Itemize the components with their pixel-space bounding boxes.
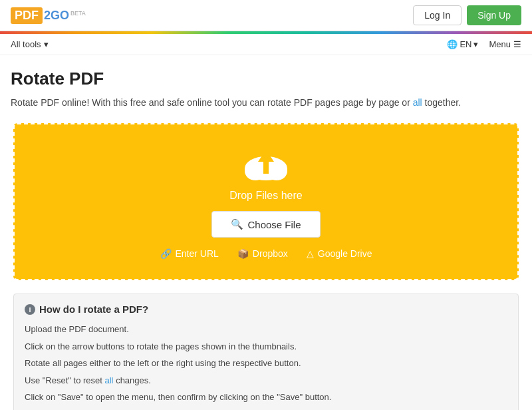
- dropbox-icon: 📦: [237, 248, 249, 259]
- lang-label: EN: [460, 39, 471, 49]
- enter-url-option[interactable]: 🔗 Enter URL: [160, 248, 219, 259]
- choose-file-label: Choose File: [247, 219, 301, 230]
- enter-url-label: Enter URL: [176, 248, 219, 259]
- language-selector[interactable]: 🌐 EN ▾: [447, 39, 478, 49]
- logo: PDF 2GO BETA: [11, 7, 86, 24]
- main-content: Rotate PDF Rotate PDF online! With this …: [0, 55, 532, 410]
- google-drive-option[interactable]: △ Google Drive: [307, 248, 372, 259]
- header: PDF 2GO BETA Log In Sign Up: [0, 0, 532, 31]
- upload-options: 🔗 Enter URL 📦 Dropbox △ Google Drive: [160, 248, 372, 259]
- logo-beta-text: BETA: [70, 10, 86, 17]
- upload-area[interactable]: Drop Files here 🔍 Choose File 🔗 Enter UR…: [13, 123, 519, 280]
- faq-title: i How do I rotate a PDF?: [25, 304, 507, 315]
- toolbar-right: 🌐 EN ▾ Menu ☰: [447, 39, 521, 49]
- choose-file-button[interactable]: 🔍 Choose File: [211, 211, 320, 238]
- menu-button[interactable]: Menu ☰: [489, 39, 521, 49]
- faq-step-1: Upload the PDF document.: [25, 323, 507, 336]
- all-tools-label: All tools: [11, 39, 41, 49]
- faq-step-3: Rotate all pages either to the left or t…: [25, 357, 507, 370]
- info-icon: i: [25, 304, 35, 315]
- cloud-upload-icon: [239, 144, 293, 184]
- hamburger-icon: ☰: [513, 39, 521, 49]
- faq-step-4-link[interactable]: all: [105, 375, 114, 385]
- google-drive-icon: △: [307, 248, 314, 259]
- svg-point-1: [245, 162, 266, 180]
- menu-label: Menu: [489, 39, 511, 49]
- faq-step-4: Use "Reset" to reset all changes.: [25, 374, 507, 387]
- dropbox-label: Dropbox: [253, 248, 288, 259]
- logo-pdf-text: PDF: [11, 7, 43, 24]
- page-description: Rotate PDF online! With this free and sa…: [11, 96, 521, 110]
- drop-files-text: Drop Files here: [229, 190, 302, 202]
- lang-chevron-icon: ▾: [473, 39, 478, 49]
- globe-icon: 🌐: [447, 39, 458, 49]
- svg-point-2: [266, 162, 287, 180]
- header-buttons: Log In Sign Up: [413, 5, 521, 25]
- dropbox-option[interactable]: 📦 Dropbox: [237, 248, 288, 259]
- logo-2go-text: 2GO: [44, 9, 69, 23]
- login-button[interactable]: Log In: [413, 5, 462, 25]
- search-icon: 🔍: [231, 218, 243, 230]
- page-title: Rotate PDF: [11, 69, 521, 89]
- description-text-1: Rotate PDF online! With this free and sa…: [11, 97, 413, 108]
- faq-section: i How do I rotate a PDF? Upload the PDF …: [13, 294, 519, 410]
- faq-title-text: How do I rotate a PDF?: [39, 304, 148, 315]
- chevron-down-icon: [44, 39, 49, 49]
- description-link[interactable]: all: [413, 97, 422, 108]
- faq-list: Upload the PDF document. Click on the ar…: [25, 323, 507, 404]
- signup-button[interactable]: Sign Up: [467, 5, 521, 25]
- faq-step-2: Click on the arrow buttons to rotate the…: [25, 340, 507, 353]
- link-icon: 🔗: [160, 248, 172, 259]
- faq-step-5: Click on "Save" to open the menu, then c…: [25, 391, 507, 404]
- google-drive-label: Google Drive: [318, 248, 372, 259]
- description-text-2: together.: [422, 97, 461, 108]
- all-tools-dropdown[interactable]: All tools: [11, 39, 49, 49]
- toolbar: All tools 🌐 EN ▾ Menu ☰: [0, 34, 532, 55]
